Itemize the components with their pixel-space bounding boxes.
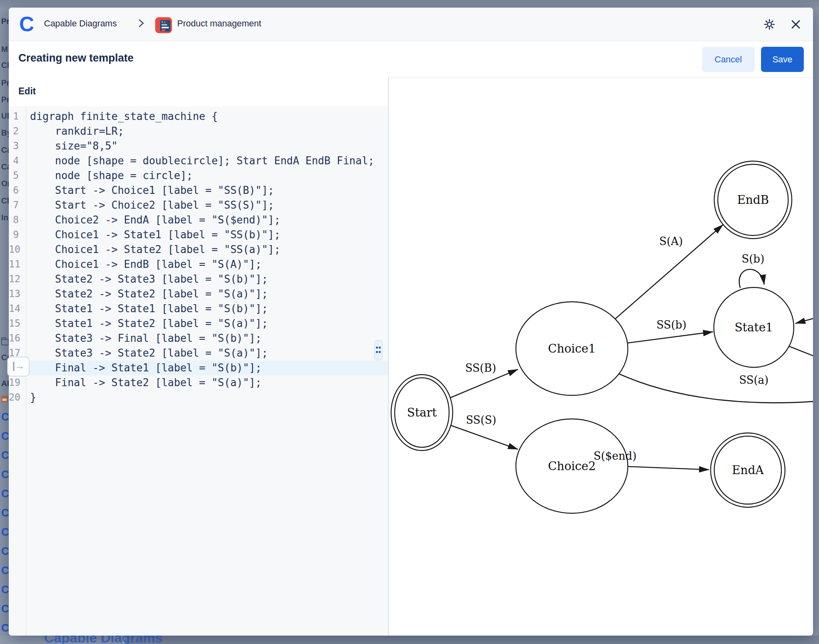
edge-Start-Choice2 xyxy=(451,425,518,449)
code-text: node [shape = doublecircle]; Start EndA … xyxy=(30,154,374,168)
sidebar-item-fragment: Ca xyxy=(1,162,9,171)
edit-pane-label: Edit xyxy=(18,86,36,97)
code-line[interactable]: 15 State1 -> State2 [label = "S(a)"]; xyxy=(9,316,388,331)
page-title: Creating new template xyxy=(18,52,134,64)
chevron-right-icon xyxy=(136,18,146,28)
sidebar-logo-icon: C xyxy=(1,411,9,423)
code-text: Choice1 -> EndB [label = "S(A)"]; xyxy=(30,257,262,272)
sidebar-item-fragment: Cl xyxy=(1,196,9,205)
line-number: 5 xyxy=(9,168,19,183)
dimmed-page-top-strip xyxy=(0,0,819,8)
code-line[interactable]: 11 Choice1 -> EndB [label = "S(A)"]; xyxy=(9,257,388,272)
sidebar-logo-icon: C xyxy=(1,584,9,596)
line-number: 14 xyxy=(9,301,19,316)
code-text: } xyxy=(30,390,36,405)
line-number: 7 xyxy=(9,198,19,213)
code-text: Final -> State1 [label = "S(b)"]; xyxy=(30,361,262,375)
code-text: Choice1 -> State1 [label = "SS(b)"]; xyxy=(30,227,280,242)
edge-State1-State2 xyxy=(788,346,813,359)
code-text: Choice2 -> EndA [label = "S($end)"]; xyxy=(30,213,280,227)
line-number: 8 xyxy=(9,213,19,227)
sidebar-item-fragment: By xyxy=(1,128,9,138)
pane-resize-handle[interactable] xyxy=(374,340,383,360)
breadcrumb-bar: C Capable Diagrams Product management xyxy=(9,8,813,41)
save-button[interactable]: Save xyxy=(761,47,804,72)
code-line[interactable]: 7 Start -> Choice2 [label = "SS(S)"]; xyxy=(9,198,388,213)
edge-label: SS(a) xyxy=(739,374,769,386)
node-label-State1: State1 xyxy=(735,321,773,334)
sidebar-item-fragment: In xyxy=(1,213,8,222)
code-line[interactable]: 18 Final -> State1 [label = "S(b)"]; xyxy=(9,361,388,375)
code-text: State2 -> State2 [label = "S(a)"]; xyxy=(30,287,268,301)
capable-diagrams-logo-icon: C xyxy=(19,13,36,35)
line-number: 6 xyxy=(9,183,19,198)
line-number: 11 xyxy=(9,257,19,272)
code-text: size="8,5" xyxy=(30,139,118,154)
node-label-EndA: EndA xyxy=(732,463,764,477)
sidebar-logo-icon: C xyxy=(1,526,9,538)
close-icon[interactable] xyxy=(789,18,802,31)
sidebar-logo-icon: C xyxy=(1,545,9,558)
cancel-button[interactable]: Cancel xyxy=(702,47,755,72)
line-number: 2 xyxy=(9,124,19,139)
node-label-EndB: EndB xyxy=(737,193,769,207)
edge-label: S($end) xyxy=(593,450,636,462)
gear-icon[interactable] xyxy=(763,18,776,31)
sidebar-item-fragment: Ca xyxy=(1,146,9,155)
folder-icon xyxy=(1,339,9,345)
code-text: Start -> Choice1 [label = "SS(B)"]; xyxy=(30,183,274,198)
sidebar-logo-icon: C xyxy=(1,622,9,634)
product-management-icon xyxy=(155,17,172,33)
sidebar-item-fragment: Pr xyxy=(1,78,9,88)
edge-label: S(b) xyxy=(742,253,765,265)
code-line[interactable]: 8 Choice2 -> EndA [label = "S($end)"]; xyxy=(9,213,388,227)
sidebar-item-fragment: Pr xyxy=(1,17,9,26)
breadcrumb-template[interactable]: Product management xyxy=(177,18,261,29)
sidebar-logo-icon: C xyxy=(1,430,9,443)
code-line[interactable]: 1digraph finite_state_machine { xyxy=(9,109,388,124)
code-editor[interactable]: 1digraph finite_state_machine {2 rankdir… xyxy=(9,106,388,636)
sidebar-logo-icon: C xyxy=(1,449,9,462)
edge-Choice2-EndA xyxy=(628,467,709,470)
edge-label: SS(B) xyxy=(465,362,496,374)
line-number: 10 xyxy=(9,242,19,257)
code-line[interactable]: 16 State3 -> Final [label = "S(b)"]; xyxy=(9,331,388,346)
code-text: State1 -> State2 [label = "S(a)"]; xyxy=(30,316,268,331)
code-line[interactable]: 12 State2 -> State3 [label = "S(b)"]; xyxy=(9,272,388,287)
code-line[interactable]: 10 Choice1 -> State2 [label = "SS(a)"]; xyxy=(9,242,388,257)
line-number: 3 xyxy=(9,139,19,154)
code-line[interactable]: 5 node [shape = circle]; xyxy=(9,168,388,183)
code-line[interactable]: 3 size="8,5" xyxy=(9,139,388,154)
sidebar-logo-icon: C xyxy=(1,469,9,481)
code-text: Start -> Choice2 [label = "SS(S)"]; xyxy=(30,198,274,213)
breadcrumb-product[interactable]: Capable Diagrams xyxy=(44,18,117,29)
node-label-Start: Start xyxy=(407,406,437,419)
code-text: Choice1 -> State2 [label = "SS(a)"]; xyxy=(30,242,280,257)
sidebar-logo-icon: C xyxy=(1,488,9,500)
state-machine-diagram: StartChoice1Choice2State1EndBEndA SS(B)S… xyxy=(389,106,813,636)
edit-pane-header: Edit xyxy=(9,77,389,107)
code-line[interactable]: 19 Final -> State2 [label = "S(a)"]; xyxy=(9,375,388,390)
code-line[interactable]: 14 State1 -> State1 [label = "S(b)"]; xyxy=(9,301,388,316)
line-number: 16 xyxy=(9,331,19,346)
sidebar-item-fragment: AP xyxy=(1,379,9,388)
edge-Final-State1 xyxy=(795,317,813,323)
edge-Choice1-State1 xyxy=(627,332,713,343)
sidebar-logo-icon: C xyxy=(1,603,9,615)
sidebar-item-fragment: Pr xyxy=(1,95,9,104)
code-line[interactable]: 13 State2 -> State2 [label = "S(a)"]; xyxy=(9,287,388,301)
code-line[interactable]: 20} xyxy=(9,390,388,405)
code-line[interactable]: 4 node [shape = doublecircle]; Start End… xyxy=(9,154,388,168)
dimmed-page-text: Capable Diagrams xyxy=(44,636,163,644)
code-line[interactable]: 6 Start -> Choice1 [label = "SS(B)"]; xyxy=(9,183,388,198)
sidebar-logo-icon: C xyxy=(1,507,9,519)
edge-label: SS(b) xyxy=(657,319,687,331)
sidebar-item-fragment: Or xyxy=(1,179,9,188)
sidebar-item-fragment: M xyxy=(1,45,8,54)
code-text: node [shape = circle]; xyxy=(30,168,193,183)
code-line[interactable]: 2 rankdir=LR; xyxy=(9,124,388,139)
modal-header: Creating new template Cancel Save xyxy=(9,41,813,78)
code-line[interactable]: 9 Choice1 -> State1 [label = "SS(b)"]; xyxy=(9,227,388,242)
code-line[interactable]: 17 State3 -> State2 [label = "S(a)"]; xyxy=(9,346,388,361)
scroll-into-view-button[interactable]: |→ xyxy=(7,357,30,377)
